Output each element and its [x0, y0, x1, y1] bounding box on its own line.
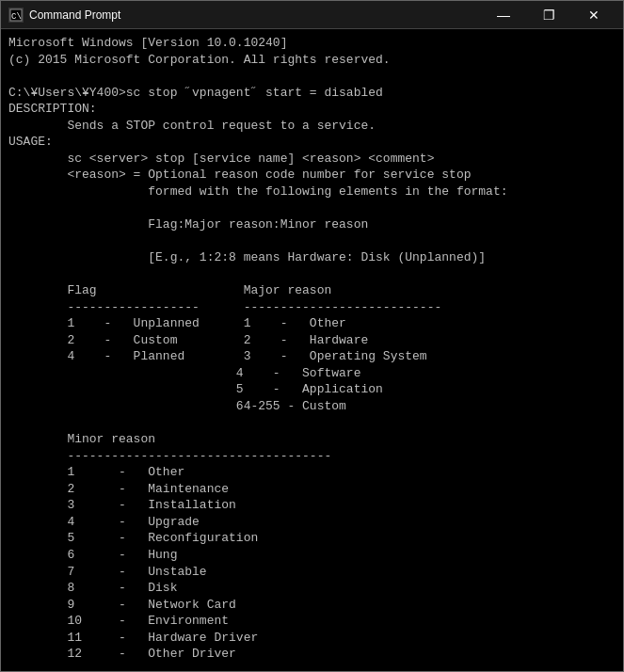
terminal-line: [E.g., 1:2:8 means Hardware: Disk (Unpla… — [8, 249, 616, 266]
terminal-line: USAGE: — [8, 134, 616, 151]
terminal-line: 5 - Application — [8, 381, 616, 398]
terminal-line: Flag Major reason — [8, 282, 616, 299]
terminal-line: C:\¥Users\¥Y400>sc stop ˝vpnagent˝ start… — [8, 85, 616, 102]
terminal-line: 11 - Hardware Driver — [8, 630, 616, 647]
terminal-line: 4 - Software — [8, 365, 616, 382]
window-icon: C\ — [8, 8, 24, 23]
terminal-line: (c) 2015 Microsoft Corporation. All righ… — [8, 52, 616, 69]
close-button[interactable]: ✕ — [572, 1, 616, 29]
terminal-line: DESCRIPTION: — [8, 101, 616, 118]
terminal-line: ------------------ ---------------------… — [8, 299, 616, 316]
terminal-line: sc <server> stop [service name] <reason>… — [8, 151, 616, 168]
terminal-line: 64-255 - Custom — [8, 398, 616, 415]
terminal-line: 6 - Hung — [8, 547, 616, 564]
terminal-line: 7 - Unstable — [8, 564, 616, 581]
terminal-line — [8, 200, 616, 216]
terminal-line: 8 - Disk — [8, 580, 616, 597]
terminal-line: 2 - Custom 2 - Hardware — [8, 332, 616, 349]
terminal-line: 12 - Other Driver — [8, 646, 616, 663]
terminal-line: 4 - Planned 3 - Operating System — [8, 348, 616, 365]
terminal-line: formed with the following elements in th… — [8, 184, 616, 200]
terminal-line: ------------------------------------ — [8, 448, 616, 465]
terminal-line — [8, 68, 616, 85]
command-prompt-window: C\ Command Prompt — ❐ ✕ Microsoft Window… — [0, 0, 624, 672]
maximize-button[interactable]: ❐ — [527, 1, 570, 29]
terminal-line: 2 - Maintenance — [8, 481, 616, 498]
terminal-line: 1 - Other — [8, 464, 616, 481]
terminal-line: 1 - Unplanned 1 - Other — [8, 315, 616, 332]
terminal-line — [8, 233, 616, 250]
terminal-line: 9 - Network Card — [8, 597, 616, 614]
terminal-line: 10 - Environment — [8, 613, 616, 630]
terminal-line: Minor reason — [8, 431, 616, 448]
window-controls: — ❐ ✕ — [482, 1, 616, 29]
terminal-line: <reason> = Optional reason code number f… — [8, 167, 616, 184]
terminal-line — [8, 415, 616, 432]
terminal-line — [8, 266, 616, 283]
terminal-line: 5 - Reconfiguration — [8, 530, 616, 547]
terminal-line: 3 - Installation — [8, 497, 616, 514]
minimize-button[interactable]: — — [482, 1, 525, 29]
svg-text:C\: C\ — [11, 12, 22, 22]
terminal-line: Flag:Major reason:Minor reason — [8, 216, 616, 233]
terminal-line: 4 - Upgrade — [8, 514, 616, 531]
title-bar: C\ Command Prompt — ❐ ✕ — [1, 1, 623, 29]
terminal-line: Microsoft Windows [Version 10.0.10240] — [8, 35, 616, 52]
window-title: Command Prompt — [29, 8, 482, 22]
terminal-line: Sends a STOP control request to a servic… — [8, 118, 616, 135]
terminal-output[interactable]: Microsoft Windows [Version 10.0.10240](c… — [1, 29, 623, 671]
